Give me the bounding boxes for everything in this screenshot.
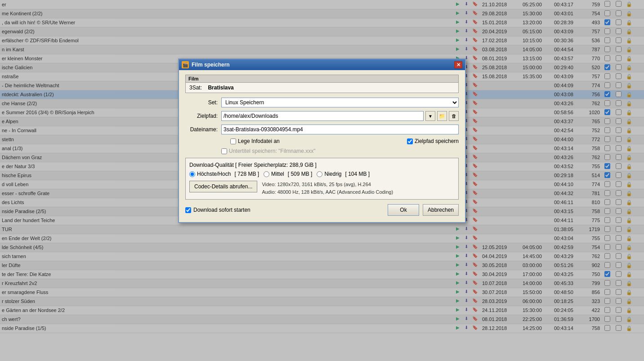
codec-details-button[interactable]: Codec-Details abrufen...: [189, 181, 257, 192]
infodatei-checkbox[interactable]: [230, 138, 236, 144]
set-row: Set: Linux Speichern: [185, 98, 459, 107]
film-section: Film 3Sat: Bratislava: [185, 75, 459, 93]
codec-video-info: Video: 1280x720, 3161 kBit/s, 25 fps (av…: [262, 181, 393, 188]
quality-section: Download-Qualität [ Freier Speicherplatz…: [185, 158, 459, 200]
infodatei-checkbox-item: Lege Infodatei an: [230, 138, 280, 144]
quality-niedrig-label: Niedrig: [324, 171, 341, 177]
quality-title: Download-Qualität [ Freier Speicherplatz…: [189, 162, 455, 168]
zielpfad-row: Zielpfad: ▼ 📁 🗑: [185, 111, 459, 121]
untertitel-checkbox-item: Untertitel speichern: "Filmname.xxx": [221, 148, 459, 154]
dialog-film-speichern: 🎬 Film speichern ✕ Film 3Sat: Bratislava: [178, 58, 466, 223]
quality-niedrig-radio[interactable]: [317, 171, 322, 177]
dialog-close-button[interactable]: ✕: [454, 61, 462, 68]
dialog-title: Film speichern: [192, 62, 230, 68]
dialog-titlebar: 🎬 Film speichern ✕: [179, 59, 465, 70]
zielpfad-input[interactable]: [221, 111, 424, 121]
infodatei-label: Lege Infodatei an: [238, 138, 280, 144]
quality-mittel: Mittel [ 509 MB ]: [264, 171, 312, 177]
film-channel: 3Sat:: [189, 85, 202, 91]
checkboxes-row: Lege Infodatei an Zielpfad speichern: [185, 138, 459, 144]
zielpfad-speichern-checkbox[interactable]: [407, 138, 413, 144]
dateiname-control: [221, 125, 459, 134]
zielpfad-label: Zielpfad:: [185, 113, 221, 119]
set-label: Set:: [185, 99, 221, 106]
bottom-buttons: Ok Abbrechen: [388, 204, 459, 216]
codec-info-row: Codec-Details abrufen... Video: 1280x720…: [189, 181, 455, 196]
quality-hoechste: Höchste/Hoch [ 728 MB ]: [189, 171, 259, 177]
download-sofort-item: Download sofort starten: [185, 207, 250, 213]
zielpfad-speichern-label: Zielpfad speichern: [415, 138, 459, 144]
quality-hoechste-size: [ 728 MB ]: [234, 171, 259, 177]
untertitel-row: Untertitel speichern: "Filmname.xxx": [221, 148, 459, 154]
film-name: Bratislava: [208, 85, 233, 91]
quality-niedrig-size: [ 104 MB ]: [345, 171, 370, 177]
codec-audio-info: Audio: 48000 Hz, 128 kBit/s, AAC (Advanc…: [262, 188, 393, 196]
quality-hoechste-label: Höchste/Hoch: [197, 171, 231, 177]
zielpfad-speichern-checkbox-item: Zielpfad speichern: [407, 138, 459, 144]
dialog-icon: 🎬: [182, 61, 189, 68]
set-select[interactable]: Linux Speichern: [221, 98, 459, 107]
film-section-content: 3Sat: Bratislava: [186, 83, 458, 93]
untertitel-label: Untertitel speichern: "Filmname.xxx": [229, 148, 316, 154]
ok-button[interactable]: Ok: [388, 204, 419, 216]
film-section-title: Film: [186, 75, 458, 83]
codec-info: Video: 1280x720, 3161 kBit/s, 25 fps (av…: [262, 181, 393, 196]
download-sofort-checkbox[interactable]: [185, 207, 191, 213]
dialog-body: Film 3Sat: Bratislava Set: Linux Speiche…: [179, 70, 465, 222]
dateiname-row: Dateiname:: [185, 125, 459, 134]
download-sofort-label: Download sofort starten: [193, 207, 250, 213]
quality-mittel-size: [ 509 MB ]: [288, 171, 313, 177]
quality-options: Höchste/Hoch [ 728 MB ] Mittel [ 509 MB …: [189, 171, 455, 177]
zielpfad-clear-button[interactable]: 🗑: [449, 111, 459, 121]
zielpfad-folder-button[interactable]: 📁: [437, 111, 447, 121]
zielpfad-dropdown-button[interactable]: ▼: [425, 111, 435, 121]
dateiname-input[interactable]: [221, 125, 459, 134]
dateiname-label: Dateiname:: [185, 126, 221, 133]
cancel-button[interactable]: Abbrechen: [423, 204, 459, 216]
modal-overlay: 🎬 Film speichern ✕ Film 3Sat: Bratislava: [0, 0, 644, 361]
set-control: Linux Speichern: [221, 98, 459, 107]
bottom-row: Download sofort starten Ok Abbrechen: [185, 204, 459, 216]
quality-mittel-label: Mittel: [271, 171, 284, 177]
quality-niedrig: Niedrig [ 104 MB ]: [317, 171, 370, 177]
zielpfad-control: ▼ 📁 🗑: [221, 111, 459, 121]
dialog-titlebar-left: 🎬 Film speichern: [182, 61, 230, 68]
quality-mittel-radio[interactable]: [264, 171, 269, 177]
quality-hoechste-radio[interactable]: [189, 171, 195, 177]
untertitel-checkbox[interactable]: [221, 148, 227, 154]
